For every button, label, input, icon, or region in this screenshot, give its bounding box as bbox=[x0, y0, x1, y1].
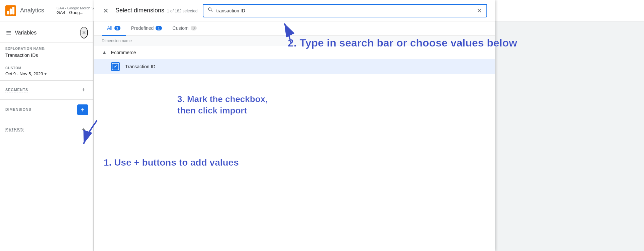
dimensions-row: DIMENSIONS + bbox=[0, 100, 93, 120]
date-value: Oct 9 - Nov 5, 2023 ▾ bbox=[5, 71, 88, 76]
tab-custom-label: Custom bbox=[173, 25, 189, 31]
dimension-name-header: Dimension name bbox=[102, 38, 487, 43]
sidebar-title-area: Variables bbox=[5, 29, 37, 36]
transaction-id-checkbox[interactable] bbox=[112, 64, 118, 70]
sidebar-header: Variables × bbox=[0, 21, 93, 43]
tab-predefined-badge: 1 bbox=[156, 26, 162, 30]
dimensions-add-button[interactable]: + bbox=[77, 104, 88, 115]
dimensions-table: Dimension name ▲ Ecommerce Transaction I… bbox=[94, 36, 495, 251]
exploration-name-section: EXPLORATION NAME: Transaction IDs bbox=[0, 43, 93, 62]
tab-custom[interactable]: Custom 0 bbox=[167, 21, 202, 36]
tab-predefined-label: Predefined bbox=[131, 25, 154, 31]
tabs-bar: All 1 Predefined 1 Custom 0 bbox=[94, 21, 495, 36]
sidebar-title-text: Variables bbox=[15, 30, 37, 36]
tab-all-label: All bbox=[107, 25, 112, 31]
analytics-label: Analytics bbox=[20, 7, 44, 14]
analytics-logo bbox=[5, 5, 16, 16]
tab-custom-badge: 0 bbox=[191, 26, 197, 30]
checkbox-highlight-border bbox=[111, 62, 120, 71]
tab-all-badge: 1 bbox=[114, 26, 120, 30]
exploration-label: EXPLORATION NAME: bbox=[5, 47, 88, 51]
dimensions-label: DIMENSIONS bbox=[5, 107, 31, 112]
category-collapse-icon: ▲ bbox=[102, 50, 107, 56]
tab-predefined[interactable]: Predefined 1 bbox=[126, 21, 167, 36]
metrics-add-button[interactable]: + bbox=[79, 125, 88, 134]
segments-row: SEGMENTS + bbox=[0, 81, 93, 100]
account-info: GA4 - Google Merch S GA4 - Goog... bbox=[51, 6, 94, 15]
segments-label: SEGMENTS bbox=[5, 88, 28, 92]
exploration-name-value: Transaction IDs bbox=[5, 53, 88, 58]
sidebar-close-button[interactable]: × bbox=[80, 27, 88, 38]
account-name: GA4 - Google Merch S bbox=[57, 6, 94, 10]
category-ecommerce-label: Ecommerce bbox=[111, 50, 136, 55]
date-label: Custom bbox=[5, 66, 88, 70]
svg-rect-1 bbox=[7, 11, 9, 14]
svg-rect-3 bbox=[12, 7, 14, 14]
property-name: GA4 - Goog... bbox=[57, 10, 94, 15]
variables-icon bbox=[5, 29, 12, 36]
main-area: Variables × EXPLORATION NAME: Transactio… bbox=[0, 21, 644, 251]
transaction-id-label: Transaction ID bbox=[125, 64, 156, 69]
date-range-text: Oct 9 - Nov 5, 2023 bbox=[5, 71, 43, 76]
date-dropdown-arrow: ▾ bbox=[44, 72, 47, 76]
tab-all[interactable]: All 1 bbox=[102, 21, 126, 36]
table-header-row: Dimension name bbox=[94, 36, 495, 46]
select-dimensions-panel: ✕ Select dimensions 1 of 182 selected ✕ … bbox=[94, 21, 495, 251]
svg-rect-2 bbox=[10, 8, 12, 14]
metrics-row: METRICS + bbox=[0, 120, 93, 139]
logo-area: Analytics GA4 - Google Merch S GA4 - Goo… bbox=[5, 5, 99, 16]
sidebar: Variables × EXPLORATION NAME: Transactio… bbox=[0, 21, 94, 251]
date-range-section[interactable]: Custom Oct 9 - Nov 5, 2023 ▾ bbox=[0, 62, 93, 81]
metrics-label: METRICS bbox=[5, 127, 24, 132]
dimension-transaction-id-row[interactable]: Transaction ID bbox=[94, 59, 495, 74]
category-ecommerce[interactable]: ▲ Ecommerce bbox=[94, 46, 495, 59]
segments-add-button[interactable]: + bbox=[79, 85, 88, 95]
